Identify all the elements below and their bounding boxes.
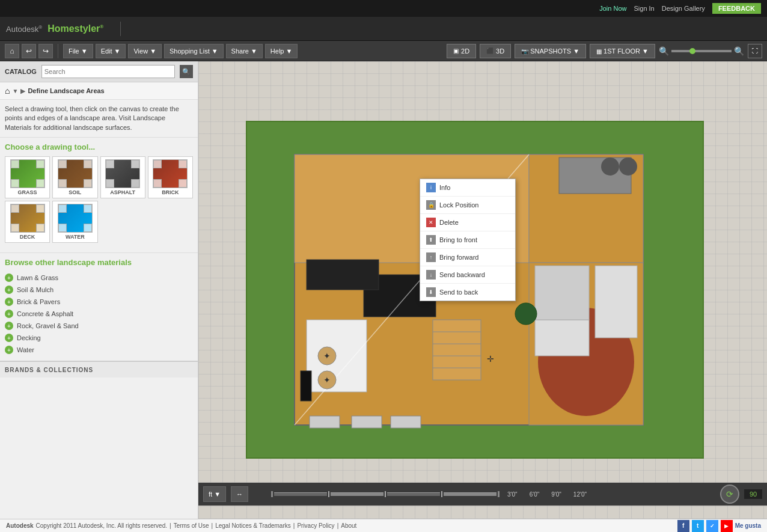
ctx-bring-to-front[interactable]: ⬆ Bring to front	[420, 231, 515, 249]
file-menu-button[interactable]: File ▼	[63, 44, 93, 58]
feedback-button[interactable]: FEEDBACK	[712, 3, 761, 14]
ctx-send-back-label: Send to back	[439, 289, 478, 296]
header: Autodesk® Homestyler®	[0, 17, 767, 41]
angle-display: 90	[744, 489, 762, 499]
corner-br	[84, 224, 92, 232]
measure-button[interactable]: ↔	[231, 486, 248, 502]
corner-br	[36, 224, 44, 232]
canvas-area[interactable]: ✦ ✦ ✛ i Info 🔒 Lock Position ✕ Delete ⬆ …	[198, 61, 767, 519]
zoom-slider[interactable]	[671, 50, 732, 52]
undo-button[interactable]: ↩	[22, 44, 36, 58]
ctx-send-backward[interactable]: ↓ Send backward	[420, 266, 515, 284]
brands-section: BRANDS & COLLECTIONS	[0, 361, 198, 378]
ctx-send-backward-icon: ↓	[426, 270, 436, 280]
ctx-info[interactable]: i Info	[420, 179, 515, 197]
2d-view-button[interactable]: ▣ 2D	[447, 44, 476, 58]
corner-tl	[153, 160, 162, 168]
footer-autodesk: Autodesk	[6, 522, 34, 529]
delicious-icon[interactable]: ✓	[706, 520, 718, 532]
sidebar: CATALOG 🔍 ⌂ ▼ ▶ Define Landscape Areas S…	[0, 61, 198, 519]
soil-tool[interactable]: SOIL	[52, 156, 97, 198]
logo-homestyler: Homestyler®	[47, 23, 103, 34]
browse-concrete-asphalt[interactable]: + Concrete & Asphalt	[5, 308, 193, 320]
deck-tool[interactable]: DECK	[5, 201, 50, 243]
footer-privacy-link[interactable]: Privacy Policy	[297, 522, 334, 529]
compass-button[interactable]: ⟳	[720, 485, 739, 504]
join-now-link[interactable]: Join Now	[599, 5, 626, 12]
zoom-out-icon[interactable]: 🔍	[659, 46, 669, 56]
toolbar-separator	[58, 44, 58, 58]
corner-tl	[11, 204, 19, 213]
window1	[310, 416, 340, 428]
deck-tool-label: DECK	[7, 234, 48, 240]
footer-about-link[interactable]: About	[341, 522, 356, 529]
browse-rock-gravel[interactable]: + Rock, Gravel & Sand	[5, 320, 193, 332]
youtube-icon[interactable]: ▶	[721, 520, 733, 532]
browse-water[interactable]: + Water	[5, 344, 193, 356]
browse-soil-mulch[interactable]: + Soil & Mulch	[5, 284, 193, 296]
facebook-icon[interactable]: f	[677, 520, 689, 532]
ruler-9ft: 9'0"	[551, 491, 561, 498]
shopping-list-button[interactable]: Shopping List ▼	[164, 44, 224, 58]
browse-brick-icon: +	[5, 298, 13, 306]
sofa-right	[595, 266, 637, 338]
breadcrumb-section: Define Landscape Areas	[28, 87, 104, 94]
ruler-segment-1	[274, 492, 327, 496]
drawing-section: Choose a drawing tool... GRASS	[0, 138, 198, 252]
header-divider	[120, 22, 121, 36]
floor-button[interactable]: ▦ 1ST FLOOR ▼	[590, 44, 655, 58]
footer-terms-link[interactable]: Terms of Use	[174, 522, 209, 529]
corner-tr	[84, 160, 92, 168]
footer-social: f t ✓ ▶ Me gusta	[677, 520, 761, 532]
edit-menu-button[interactable]: Edit ▼	[96, 44, 126, 58]
units-button[interactable]: ft ▼	[203, 486, 226, 502]
browse-lawn-grass[interactable]: + Lawn & Grass	[5, 272, 193, 284]
corner-tr	[84, 204, 92, 213]
breadcrumb-arrow: ▶	[20, 87, 25, 95]
corner-bl	[106, 179, 114, 188]
design-gallery-link[interactable]: Design Gallery	[662, 5, 705, 12]
sign-in-link[interactable]: Sign In	[634, 5, 654, 12]
ctx-lock-position[interactable]: 🔒 Lock Position	[420, 197, 515, 214]
asphalt-tool[interactable]: ASPHALT	[100, 156, 145, 198]
redo-button[interactable]: ↪	[38, 44, 53, 58]
brick-tool[interactable]: BRICK	[148, 156, 193, 198]
browse-brick-pavers[interactable]: + Brick & Pavers	[5, 296, 193, 308]
breadcrumb-down-icon[interactable]: ▼	[12, 88, 18, 94]
ctx-bring-front-label: Bring to front	[439, 236, 477, 243]
home-button[interactable]: ⌂	[5, 44, 19, 58]
zoom-in-icon[interactable]: 🔍	[734, 46, 744, 56]
snapshots-button[interactable]: 📷 SNAPSHOTS ▼	[515, 44, 586, 58]
plant	[515, 303, 537, 325]
corner-br	[36, 179, 44, 188]
browse-decking-icon: +	[5, 334, 13, 342]
search-input[interactable]	[41, 65, 175, 78]
browse-soil-icon: +	[5, 286, 13, 294]
toolbar: ⌂ ↩ ↪ File ▼ Edit ▼ View ▼ Shopping List…	[0, 41, 767, 61]
breadcrumb: ⌂ ▼ ▶ Define Landscape Areas	[0, 82, 198, 100]
view-menu-button[interactable]: View ▼	[128, 44, 162, 58]
corner-bl	[58, 224, 67, 232]
ctx-send-back[interactable]: ⬇ Send to back	[420, 284, 515, 301]
water-tool[interactable]: WATER	[52, 201, 97, 243]
ctx-delete[interactable]: ✕ Delete	[420, 214, 515, 231]
view-controls: ▣ 2D ⬛ 3D 📷 SNAPSHOTS ▼ ▦ 1ST FLOOR ▼ 🔍 …	[447, 44, 762, 58]
help-button[interactable]: Help ▼	[265, 44, 298, 58]
ctx-bring-forward[interactable]: ↑ Bring forward	[420, 249, 515, 266]
brick-tool-label: BRICK	[150, 189, 191, 195]
instructions: Select a drawing tool, then click on the…	[0, 100, 198, 138]
fullscreen-button[interactable]: ⛶	[748, 44, 762, 58]
sofa-left	[535, 320, 589, 356]
3d-view-button[interactable]: ⬛ 3D	[480, 44, 511, 58]
browse-decking[interactable]: + Decking	[5, 332, 193, 344]
corner-bl	[58, 179, 67, 188]
grass-tool[interactable]: GRASS	[5, 156, 50, 198]
search-button[interactable]: 🔍	[180, 65, 193, 78]
share-button[interactable]: Share ▼	[226, 44, 263, 58]
ctx-info-label: Info	[439, 184, 450, 191]
breadcrumb-home-icon[interactable]: ⌂	[5, 86, 10, 96]
corner-tl	[11, 160, 19, 168]
footer-legal-link[interactable]: Legal Notices & Trademarks	[215, 522, 291, 529]
footer-copyright: Copyright 2011 Autodesk, Inc. All rights…	[36, 522, 167, 529]
twitter-icon[interactable]: t	[692, 520, 704, 532]
